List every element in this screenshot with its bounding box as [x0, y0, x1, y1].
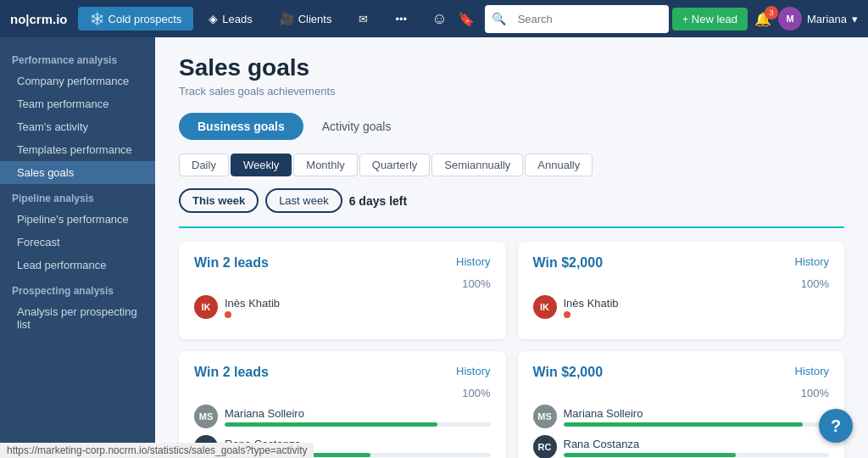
page-title: Sales goals: [179, 54, 844, 81]
card-history-3[interactable]: History: [795, 365, 829, 377]
goal-card-1: Win $2,000 History 100% IK Inès Khatib: [518, 242, 845, 339]
card-title-1: Win $2,000: [533, 255, 604, 271]
sidebar-item-team-performance[interactable]: Team performance: [0, 92, 155, 115]
user-row-3-1: RC Rana Costanza: [533, 435, 830, 458]
sidebar-item-sales-goals[interactable]: Sales goals: [0, 161, 155, 184]
progress-bar-fill-3-1: [564, 453, 737, 457]
leads-icon: ◈: [209, 12, 218, 25]
period-tab-weekly[interactable]: Weekly: [231, 154, 292, 176]
bookmark-icon[interactable]: 🔖: [458, 11, 475, 27]
user-avatar-1-0: IK: [533, 295, 557, 319]
user-name-3-0: Mariana Solleiro: [564, 407, 830, 420]
sidebar-item-lead-performance[interactable]: Lead performance: [0, 254, 155, 276]
sidebar-section-pipeline: Pipeline analysis: [0, 184, 155, 208]
user-avatar-2-0: MS: [194, 405, 218, 428]
user-row-3-0: MS Mariana Solleiro: [533, 405, 830, 428]
user-name-3-1: Rana Costanza: [564, 438, 830, 450]
card-header-3: Win $2,000 History: [533, 365, 830, 380]
user-info-0-0: Inès Khatib: [225, 297, 491, 318]
tab-activity-goals[interactable]: Activity goals: [303, 113, 410, 140]
sidebar-section-performance: Performance analysis: [0, 46, 155, 70]
goal-card-3: Win $2,000 History 100% MS Mariana Solle…: [518, 351, 845, 458]
user-avatar-3-0: MS: [533, 405, 557, 428]
card-title-0: Win 2 leads: [194, 255, 269, 271]
progress-bar-fill-3-0: [564, 422, 803, 427]
user-row-0-0: IK Inès Khatib: [194, 295, 491, 319]
goal-type-tabs: Business goals Activity goals: [179, 113, 844, 140]
this-week-button[interactable]: This week: [179, 188, 259, 213]
status-bar: https://marketing-corp.nocrm.io/statisti…: [0, 443, 314, 458]
page-subtitle: Track sales goals achievements: [179, 85, 844, 98]
nav-tab-clients[interactable]: 🎥 Clients: [268, 7, 344, 31]
search-input[interactable]: [509, 8, 662, 30]
period-tab-annually[interactable]: Annually: [525, 154, 593, 176]
days-left: 6 days left: [349, 194, 407, 208]
card-title-3: Win $2,000: [533, 365, 604, 380]
goal-card-0: Win 2 leads History 100% IK Inès Khatib: [179, 242, 506, 339]
user-avatar-area[interactable]: M Mariana ▾: [778, 7, 858, 31]
sidebar-item-templates-performance[interactable]: Templates performance: [0, 138, 155, 161]
user-dot-0-0: [225, 311, 231, 318]
nav-tab-leads[interactable]: ◈ Leads: [197, 7, 264, 31]
card-history-2[interactable]: History: [456, 365, 490, 377]
progress-bar-bg-2-0: [225, 422, 491, 427]
card-history-0[interactable]: History: [456, 255, 490, 268]
sidebar-item-pipelines-performance[interactable]: Pipeline's performance: [0, 208, 155, 231]
user-name-0-0: Inès Khatib: [225, 297, 491, 310]
notification-button[interactable]: 🔔 3: [751, 8, 775, 31]
card-title-2: Win 2 leads: [194, 365, 269, 380]
nav-tab-email[interactable]: ✉: [347, 8, 380, 31]
progress-bar-fill-2-0: [225, 422, 437, 427]
user-dot-1-0: [564, 311, 570, 318]
nav-tab-more[interactable]: •••: [383, 8, 419, 31]
card-header-1: Win $2,000 History: [533, 255, 830, 271]
progress-bar-bg-3-1: [564, 453, 830, 457]
card-header-0: Win 2 leads History: [194, 255, 491, 271]
more-icon: •••: [395, 13, 407, 25]
clients-icon: 🎥: [280, 12, 294, 25]
period-tabs: Daily Weekly Monthly Quarterly Semiannua…: [179, 154, 844, 176]
cards-grid: Win 2 leads History 100% IK Inès Khatib …: [179, 242, 844, 458]
period-tab-monthly[interactable]: Monthly: [293, 154, 358, 176]
emoji-icon[interactable]: ☺: [431, 10, 447, 28]
new-lead-button[interactable]: + New lead: [672, 8, 748, 31]
notification-badge: 3: [765, 6, 778, 20]
user-avatar-0-0: IK: [194, 295, 218, 319]
user-info-2-0: Mariana Solleiro: [225, 407, 491, 427]
tab-business-goals[interactable]: Business goals: [179, 113, 303, 140]
cold-prospects-icon: ❄️: [90, 12, 104, 25]
user-name-2-0: Mariana Solleiro: [225, 407, 491, 420]
brand-logo: no|crm.io: [10, 12, 68, 26]
progress-bar-bg-3-0: [564, 422, 830, 427]
card-percent-1: 100%: [533, 277, 830, 290]
card-percent-3: 100%: [533, 387, 830, 399]
sidebar: Performance analysis Company performance…: [0, 37, 155, 458]
sidebar-item-forecast[interactable]: Forecast: [0, 231, 155, 254]
last-week-button[interactable]: Last week: [265, 188, 342, 213]
search-wrap: 🔍: [485, 5, 669, 33]
email-icon: ✉: [359, 13, 368, 25]
user-avatar-3-1: RC: [533, 435, 557, 458]
sidebar-item-teams-activity[interactable]: Team's activity: [0, 115, 155, 138]
top-nav: no|crm.io ❄️ Cold prospects ◈ Leads 🎥 Cl…: [0, 0, 868, 37]
sidebar-item-analysis-per-prospecting[interactable]: Analysis per prospecting list: [0, 300, 155, 336]
main-content: Sales goals Track sales goals achievemen…: [155, 37, 868, 458]
card-percent-0: 100%: [194, 277, 491, 290]
sidebar-item-company-performance[interactable]: Company performance: [0, 70, 155, 92]
period-tab-daily[interactable]: Daily: [179, 154, 229, 176]
avatar: M: [778, 7, 802, 31]
card-history-1[interactable]: History: [795, 255, 829, 268]
card-percent-2: 100%: [194, 387, 491, 399]
period-tab-semiannually[interactable]: Semiannually: [431, 154, 523, 176]
help-button[interactable]: ?: [819, 409, 853, 443]
week-selector: This week Last week 6 days left: [179, 188, 844, 213]
user-info-3-0: Mariana Solleiro: [564, 407, 830, 427]
user-name-1-0: Inès Khatib: [564, 297, 830, 310]
nav-tab-cold-prospects[interactable]: ❄️ Cold prospects: [78, 7, 194, 31]
period-tab-quarterly[interactable]: Quarterly: [359, 154, 430, 176]
divider: [179, 226, 844, 228]
user-row-1-0: IK Inès Khatib: [533, 295, 830, 319]
sidebar-section-prospecting: Prospecting analysis: [0, 276, 155, 300]
chevron-down-icon: ▾: [852, 13, 858, 25]
search-icon: 🔍: [492, 12, 506, 25]
